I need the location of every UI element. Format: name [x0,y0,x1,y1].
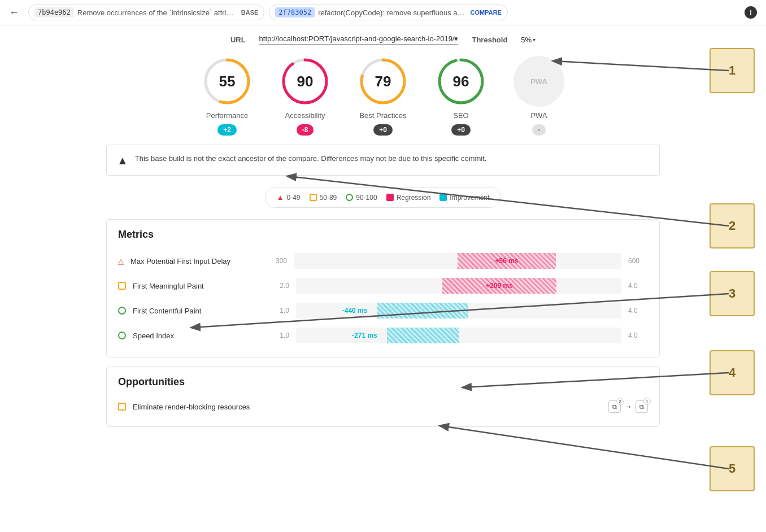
accessibility-label: Accessibility [285,111,325,120]
annotation-3: 3 [710,271,755,316]
legend-row: ▲0-4950-8990-100RegressionImprovement [265,187,502,208]
back-button[interactable]: ← [9,7,19,19]
metric-min: 1.0 [269,307,289,315]
annotation-4: 4 [710,350,755,395]
annotation-2: 2 [710,203,755,248]
accessibility-badge: -8 [297,124,314,136]
opp-badge-count-2: 1 [643,398,651,405]
pwa-label: PWA [530,111,547,120]
opportunities-section: Opportunities Eliminate render-blocking … [106,367,660,427]
base-commit-badge[interactable]: 7b94e962 Remove occurrences of the `intr… [28,5,264,20]
legend-swatch-icon [439,194,447,201]
metric-min: 300 [267,257,287,265]
legend-item-0-49: ▲0-49 [277,193,301,202]
best-practices-value: 79 [375,73,391,90]
annotation-1: 1 [710,48,755,93]
pwa-badge: - [532,124,546,136]
base-label: Remove occurrences of the `intrinsicsize… [77,8,236,17]
metric-triangle-icon: △ [118,257,124,265]
metric-name: Speed Index [133,332,263,340]
opp-badge-count: 2 [616,398,624,405]
metric-row: First Contentful Paint 1.0 -440 ms 4.0 [118,298,648,323]
threshold-value-text: 5% [521,36,532,44]
seo-label: SEO [453,111,468,120]
legend-item-regression: Regression [386,194,431,202]
url-label: URL [230,36,246,44]
best-practices-circle: 79 [358,56,408,107]
seo-value: 96 [453,73,469,90]
compare-hash: 2f783052 [275,7,315,18]
warning-triangle-icon: ▲ [117,154,128,167]
warning-box: ▲ This base build is not the exact ances… [106,145,660,176]
opp-base-link-button[interactable]: ⧉ 2 [608,400,621,413]
seo-circle: 96 [436,56,486,107]
base-hash: 7b94e962 [34,7,74,18]
threshold-label: Threshold [472,36,507,44]
metric-bar: -440 ms [296,303,621,319]
threshold-arrow-icon: ▾ [533,37,536,43]
performance-value: 55 [219,73,236,90]
best-practices-label: Best Practices [359,111,406,120]
legend-item-improvement: Improvement [439,194,489,202]
opp-arrow-icon: → [624,402,632,411]
scores-row: 55 Performance +2 90 Accessibility -8 79 [106,56,660,136]
score-item-performance: 55 Performance +2 [202,56,253,136]
metric-bar: +209 ms [296,278,621,294]
opp-square-icon [118,403,126,411]
legend-swatch-icon [386,194,394,201]
metric-bar: +56 ms [294,253,621,269]
performance-label: Performance [206,111,248,120]
metric-name: First Contentful Paint [133,307,263,315]
base-tag: BASE [241,9,259,16]
score-item-best-practices: 79 Best Practices +0 [358,56,408,136]
opp-compare-link-button[interactable]: ⧉ 1 [636,400,648,413]
opportunity-actions: ⧉ 2 → ⧉ 1 [608,400,648,413]
compare-commit-badge[interactable]: 2f783052 refactor(CopyCode): remove supe… [269,5,508,20]
accessibility-value: 90 [297,73,314,90]
metric-min: 2.0 [269,282,289,290]
metrics-title: Metrics [118,229,648,241]
legend-circle-icon [346,194,353,201]
metric-circle-icon [118,332,126,339]
metric-name: First Meaningful Paint [133,282,263,290]
performance-badge: +2 [217,124,237,136]
metric-bar: -271 ms [296,328,621,343]
metric-row: Speed Index 1.0 -271 ms 4.0 [118,323,648,348]
external-link-icon-2: ⧉ [639,403,644,411]
metric-square-icon [118,282,126,290]
pwa-circle: PWA [513,56,564,107]
score-item-pwa: PWA PWA - [513,56,564,136]
external-link-icon: ⧉ [612,403,617,411]
compare-tag: COMPARE [471,9,502,16]
metric-max: 4.0 [628,307,648,315]
metric-max: 4.0 [628,282,648,290]
score-item-accessibility: 90 Accessibility -8 [280,56,330,136]
metrics-section: Metrics △ Max Potential First Input Dela… [106,219,660,357]
metric-max: 600 [628,257,648,265]
metric-row: First Meaningful Paint 2.0 +209 ms 4.0 [118,273,648,298]
threshold-dropdown[interactable]: 5% ▾ [521,36,536,44]
score-item-seo: 96 SEO +0 [436,56,486,136]
performance-circle: 55 [202,56,253,107]
opportunities-title: Opportunities [118,376,648,388]
opportunity-row: Eliminate render-blocking resources ⧉ 2 … [118,396,648,417]
url-value[interactable]: http://localhost:PORT/javascript-and-goo… [259,34,459,45]
compare-label: refactor(CopyCode): remove superfluous a… [318,8,464,17]
legend-item-90-100: 90-100 [346,194,377,202]
main-content: URL http://localhost:PORT/javascript-and… [72,25,694,445]
legend-item-50-89: 50-89 [310,194,337,202]
best-practices-badge: +0 [373,124,393,136]
seo-badge: +0 [451,124,471,136]
metric-circle-icon [118,307,126,315]
top-bar: ← 7b94e962 Remove occurrences of the `in… [0,0,766,25]
warning-text: This base build is not the exact ancesto… [135,153,487,164]
metric-max: 4.0 [628,332,648,339]
legend-triangle-icon: ▲ [277,193,284,202]
metric-name: Max Potential First Input Delay [130,257,260,265]
accessibility-circle: 90 [280,56,330,107]
metric-min: 1.0 [269,332,289,339]
metric-row: △ Max Potential First Input Delay 300 +5… [118,248,648,273]
url-row: URL http://localhost:PORT/javascript-and… [106,34,660,45]
opportunity-name: Eliminate render-blocking resources [133,403,602,411]
info-icon[interactable]: i [745,6,757,19]
